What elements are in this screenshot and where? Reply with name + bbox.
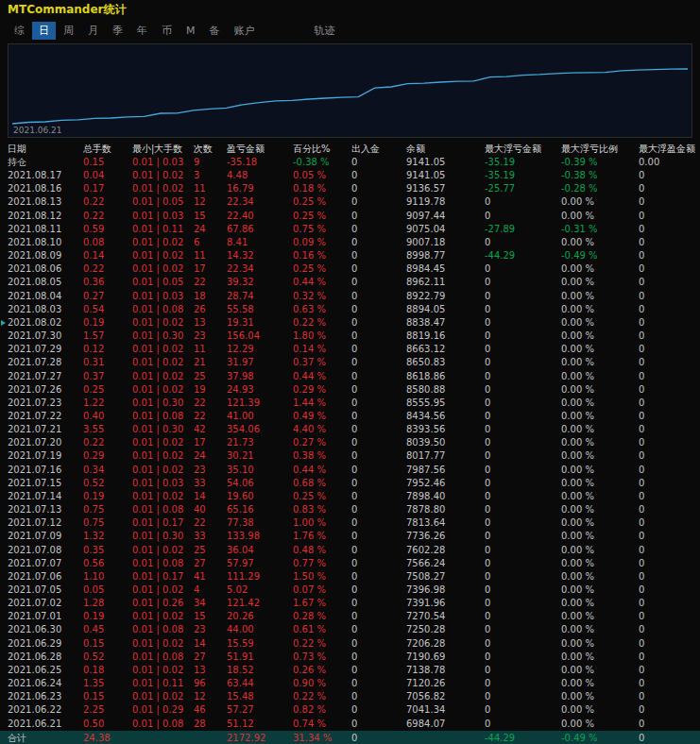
table-row[interactable]: 2021.06.210.500.01 | 0.082851.120.74 %06… — [0, 718, 700, 731]
table-row[interactable]: 2021.06.290.150.01 | 0.021415.590.22 %07… — [0, 637, 700, 651]
cell-cash: 0 — [351, 236, 406, 249]
menu-item-9[interactable]: 备 — [203, 22, 227, 40]
cell-date: 2021.08.12 — [8, 210, 83, 223]
cell-balance: 9075.04 — [406, 223, 485, 236]
table-row[interactable]: 2021.07.200.220.01 | 0.021721.730.27 %08… — [0, 436, 700, 449]
cell-cash: 0 — [351, 718, 406, 731]
cell-date: 合计 — [8, 731, 83, 744]
cell-balance: 6984.07 — [406, 718, 485, 731]
cell-pnl: 22.34 — [227, 195, 293, 209]
table-row[interactable]: 2021.07.010.190.01 | 0.021520.260.28 %07… — [0, 610, 700, 623]
menu-item-8[interactable]: M — [179, 23, 202, 39]
cell-minmax: 0.01 | 0.02 — [132, 236, 194, 249]
table-row[interactable]: 2021.07.070.560.01 | 0.082757.970.77 %07… — [0, 557, 700, 570]
cell-lots: 0.54 — [83, 303, 132, 316]
menu-item-6[interactable]: 年 — [130, 22, 154, 40]
table-row[interactable]: 2021.08.100.080.01 | 0.0268.410.09 %0900… — [0, 236, 700, 249]
menu-item-5[interactable]: 季 — [106, 22, 129, 40]
cell-count: 40 — [194, 503, 227, 516]
menu-item-7[interactable]: 币 — [155, 22, 179, 40]
cell-date: 2021.06.28 — [8, 651, 83, 664]
cell-count: 23 — [194, 464, 227, 477]
cell-pct: 1.76 % — [293, 530, 351, 543]
table-row[interactable]: 2021.08.130.220.01 | 0.051222.340.25 %09… — [0, 195, 700, 209]
table-row[interactable]: 2021.07.290.120.01 | 0.021112.290.14 %08… — [0, 343, 700, 356]
cell-minmax: 0.01 | 0.08 — [132, 623, 194, 636]
cell-dd_pct: 0.00 % — [561, 290, 639, 303]
table-row[interactable]: 2021.07.213.550.01 | 0.3042354.064.40 %0… — [0, 423, 700, 436]
table-row[interactable]: 2021.08.030.540.01 | 0.082655.580.63 %08… — [0, 303, 700, 316]
table-row[interactable]: 2021.07.280.310.01 | 0.022131.970.37 %08… — [0, 356, 700, 369]
table-row[interactable]: 2021.07.050.050.01 | 0.0245.020.07 %0739… — [0, 583, 700, 597]
cell-minmax: 0.01 | 0.17 — [132, 570, 194, 583]
cell-dd: 0 — [485, 570, 561, 583]
table-row[interactable]: 2021.06.241.350.01 | 0.119663.440.90 %07… — [0, 677, 700, 690]
cell-pnl: 30.21 — [227, 449, 293, 463]
table-row[interactable]: 2021.08.090.140.01 | 0.021114.320.16 %08… — [0, 249, 700, 262]
table-row[interactable]: 2021.07.160.340.01 | 0.022335.100.44 %07… — [0, 464, 700, 477]
total-row[interactable]: 合计24.382172.9231.34 %0-44.29-0.49 %0 — [0, 731, 700, 744]
menu-item-2[interactable]: 日 — [32, 22, 56, 40]
cell-pnl: 44.00 — [227, 623, 293, 636]
table-row[interactable]: 2021.07.130.750.01 | 0.084065.160.83 %07… — [0, 503, 700, 516]
table-row[interactable]: 2021.07.260.250.01 | 0.021924.930.29 %08… — [0, 383, 700, 397]
cell-dd_pct: 0.00 % — [561, 410, 639, 423]
table-row[interactable]: 2021.07.270.370.01 | 0.022537.980.44 %08… — [0, 370, 700, 383]
cell-pct: 0.77 % — [293, 557, 351, 570]
cell-balance: 7736.26 — [406, 530, 485, 543]
table-row[interactable]: 2021.08.040.270.01 | 0.031828.740.32 %08… — [0, 290, 700, 303]
table-row[interactable]: 2021.08.170.040.01 | 0.0234.480.05 %0914… — [0, 169, 700, 182]
table-header-row: 日期总手数最小|大手数次数盈亏金额百分比%出入金余额最大浮亏金额最大浮亏比例最大… — [0, 142, 700, 156]
cell-pct: 0.74 % — [293, 718, 351, 731]
table-row[interactable]: 2021.06.300.450.01 | 0.082344.000.61 %07… — [0, 623, 700, 636]
cell-pnl: 65.16 — [227, 503, 293, 516]
cell-minmax: 0.01 | 0.02 — [132, 343, 194, 356]
cell-fp: 0 — [639, 370, 700, 383]
cell-date: 2021.07.20 — [8, 436, 83, 449]
cell-dd_pct: 0.00 % — [561, 703, 639, 717]
cell-count: 23 — [194, 330, 227, 343]
menu-item-10[interactable]: 账户 — [228, 22, 262, 40]
cell-pct: 0.61 % — [293, 623, 351, 636]
table-row[interactable]: 2021.08.110.590.01 | 0.112467.860.75 %09… — [0, 223, 700, 236]
col-header-6: 百分比% — [293, 142, 351, 156]
cell-count: 24 — [194, 223, 227, 236]
table-row[interactable]: 2021.06.250.180.01 | 0.021318.520.26 %07… — [0, 664, 700, 677]
menu-item-11[interactable]: 轨迹 — [308, 22, 342, 40]
menu-item-4[interactable]: 月 — [81, 22, 105, 40]
cell-lots: 0.75 — [83, 516, 132, 530]
menu-item-3[interactable]: 周 — [57, 22, 80, 40]
table-row[interactable]: 2021.07.080.350.01 | 0.022536.040.48 %07… — [0, 544, 700, 557]
table-row[interactable]: 持仓0.150.01 | 0.039-35.18-0.38 %09141.05-… — [0, 156, 700, 169]
table-row[interactable]: 2021.08.120.220.01 | 0.031522.400.25 %09… — [0, 210, 700, 223]
cell-count: 41 — [194, 570, 227, 583]
cell-dd: 0 — [485, 477, 561, 490]
table-row[interactable]: 2021.07.091.320.01 | 0.3033133.981.76 %0… — [0, 530, 700, 543]
table-row[interactable]: 2021.07.301.570.01 | 0.3023156.041.80 %0… — [0, 330, 700, 343]
table-row[interactable]: 2021.07.190.290.01 | 0.022430.210.38 %08… — [0, 449, 700, 463]
table-row[interactable]: 2021.06.230.150.01 | 0.021215.480.22 %07… — [0, 690, 700, 703]
cell-minmax: 0.01 | 0.11 — [132, 677, 194, 690]
menu-item-1[interactable]: 综 — [8, 22, 31, 40]
table-row[interactable]: 2021.07.220.400.01 | 0.082241.000.49 %08… — [0, 410, 700, 423]
cell-lots: 0.19 — [83, 610, 132, 623]
cell-date: 2021.07.14 — [8, 490, 83, 503]
table-row[interactable]: 2021.07.021.280.01 | 0.2634121.421.67 %0… — [0, 597, 700, 610]
table-row[interactable]: 2021.06.280.520.01 | 0.082751.910.73 %07… — [0, 651, 700, 664]
cell-pnl: 22.40 — [227, 210, 293, 223]
table-row[interactable]: 2021.07.120.750.01 | 0.172277.381.00 %07… — [0, 516, 700, 530]
cell-count: 12 — [194, 195, 227, 209]
table-row[interactable]: 2021.08.050.360.01 | 0.052239.320.44 %08… — [0, 276, 700, 289]
window-title: MTCommander统计 — [8, 3, 126, 16]
table-row[interactable]: 2021.07.150.520.01 | 0.033354.060.68 %07… — [0, 477, 700, 490]
table-row[interactable]: 2021.08.020.190.01 | 0.021319.310.22 %08… — [0, 316, 700, 330]
table-row[interactable]: 2021.06.222.250.01 | 0.294657.270.82 %07… — [0, 703, 700, 717]
cell-dd_pct: 0.00 % — [561, 677, 639, 690]
table-row[interactable]: 2021.08.160.170.01 | 0.021116.790.18 %09… — [0, 182, 700, 195]
cell-minmax: 0.01 | 0.02 — [132, 436, 194, 449]
table-row[interactable]: 2021.07.061.100.01 | 0.1741111.291.50 %0… — [0, 570, 700, 583]
table-row[interactable]: 2021.07.231.220.01 | 0.3022121.391.44 %0… — [0, 397, 700, 410]
cell-date: 2021.07.15 — [8, 477, 83, 490]
table-row[interactable]: 2021.07.140.190.01 | 0.021419.600.25 %07… — [0, 490, 700, 503]
table-row[interactable]: 2021.08.060.220.01 | 0.021722.340.25 %08… — [0, 262, 700, 276]
